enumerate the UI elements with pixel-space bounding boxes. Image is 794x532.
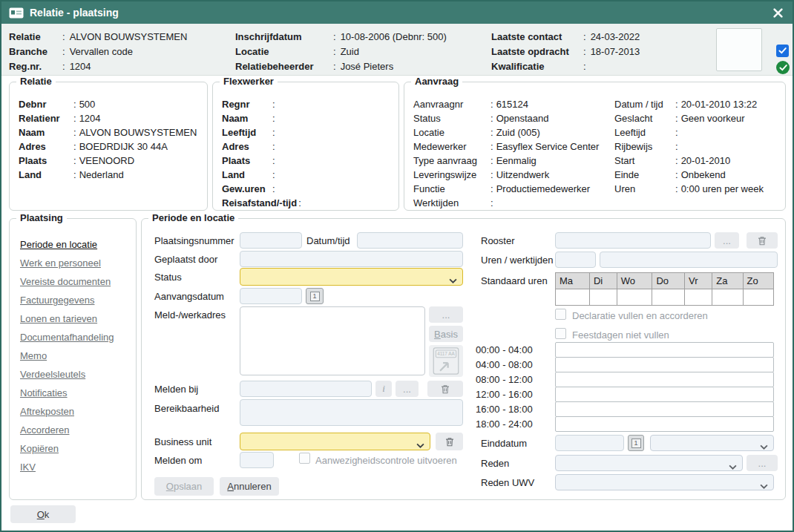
- sidebar-item-lonen-en-tarieven[interactable]: Lonen en tarieven: [20, 309, 114, 328]
- route-map-button[interactable]: 4117 AA: [429, 345, 463, 377]
- day-hours-cell[interactable]: [712, 289, 743, 306]
- datum-tijd-input[interactable]: [357, 232, 463, 249]
- uren-input[interactable]: [555, 252, 596, 268]
- sidebar-item-verdeelsleutels[interactable]: Verdeelsleutels: [20, 365, 114, 384]
- green-status-check-icon: [776, 61, 790, 74]
- ok-button[interactable]: Ok: [10, 505, 76, 523]
- close-button[interactable]: [770, 5, 785, 20]
- reden-browse-button[interactable]: ...: [747, 455, 778, 471]
- sidebar-item-documentafhandeling[interactable]: Documentafhandeling: [20, 328, 114, 347]
- groupbox-title: Plaatsing: [16, 212, 67, 223]
- day-hours-cell[interactable]: [556, 289, 590, 306]
- header-value: Zuid: [341, 45, 359, 59]
- header-col-activity: Laatste contact:24-03-2022 Laatste opdra…: [491, 30, 640, 74]
- sidebar-item-vereiste-documenten[interactable]: Vereiste documenten: [20, 272, 114, 291]
- day-hours-cell[interactable]: [589, 289, 617, 306]
- rooster-label: Rooster: [481, 235, 515, 247]
- rooster-browse-button[interactable]: ...: [715, 232, 739, 249]
- info-row: Reisafstand/-tijd:: [222, 196, 394, 210]
- day-header: Di: [589, 273, 617, 289]
- timeslot-input-4[interactable]: [555, 401, 774, 417]
- check-icon: [778, 47, 787, 54]
- einddatum-calendar-button[interactable]: 1: [628, 435, 644, 451]
- relation-summary-header: Relatie:ALVON BOUWSYSTEMEN Branche:Verva…: [1, 24, 793, 76]
- groupbox-periode-en-locatie: Periode en locatie Plaatsingsnummer Datu…: [141, 218, 786, 500]
- day-hours-cell[interactable]: [617, 289, 652, 306]
- sidebar-item-accorderen[interactable]: Accorderen: [20, 421, 114, 439]
- close-icon: [773, 8, 783, 18]
- timeslot-input-0[interactable]: [555, 342, 774, 358]
- einddatum-type-select[interactable]: [650, 435, 774, 451]
- business-unit-select[interactable]: [240, 433, 430, 450]
- header-value: ALVON BOUWSYSTEMEN: [70, 30, 188, 45]
- rooster-input[interactable]: [555, 232, 711, 249]
- sidebar-item-kopieren[interactable]: Kopiëren: [20, 439, 114, 458]
- annuleren-button[interactable]: Annuleren: [220, 477, 279, 496]
- route-map-icon: 4117 AA: [433, 347, 459, 375]
- timeslot-input-5[interactable]: [555, 416, 774, 432]
- sidebar-item-werk-en-personeel[interactable]: Werk en personeel: [20, 254, 114, 272]
- info-row: Functie:Productiemedewerker: [413, 182, 599, 196]
- timeslot-input-1[interactable]: [555, 357, 774, 372]
- day-header: Wo: [617, 273, 652, 289]
- sidebar-item-periode-en-locatie[interactable]: Periode en locatie: [20, 235, 114, 254]
- melden-om-input[interactable]: [240, 452, 274, 468]
- sidebar-item-aftrekposten[interactable]: Aftrekposten: [20, 402, 114, 421]
- info-row: Werktijden:: [413, 196, 599, 210]
- aanvangsdatum-input[interactable]: [240, 288, 302, 304]
- einddatum-input[interactable]: [555, 435, 624, 451]
- melden-bij-delete-button[interactable]: [427, 381, 463, 397]
- plaatsingsnummer-input[interactable]: [240, 232, 302, 249]
- timeslot-input-3[interactable]: [555, 387, 774, 402]
- timeslot-input-2[interactable]: [555, 372, 774, 387]
- melden-bij-info-button[interactable]: i: [375, 381, 392, 397]
- sidebar-item-memo[interactable]: Memo: [20, 347, 114, 365]
- chevron-down-icon: [416, 439, 424, 450]
- title-bar: Relatie - plaatsing: [1, 1, 793, 24]
- melden-bij-input[interactable]: [240, 381, 372, 397]
- feestdagen-checkbox[interactable]: [555, 328, 566, 339]
- basis-button[interactable]: Basis: [429, 326, 463, 342]
- sidebar-item-notificaties[interactable]: Notificaties: [20, 384, 114, 402]
- meld-werkadres-textarea[interactable]: [240, 306, 425, 375]
- aanwezigheidscontrole-checkbox[interactable]: [299, 453, 310, 464]
- calendar-icon: 1: [631, 439, 641, 448]
- groupbox-title: Periode en locatie: [148, 212, 238, 223]
- sidebar-item-factuurgegevens[interactable]: Factuurgegevens: [20, 291, 114, 309]
- header-value: 18-07-2013: [591, 45, 640, 59]
- declaratie-checkbox[interactable]: [555, 309, 566, 320]
- day-hours-cell[interactable]: [652, 289, 685, 306]
- meld-werkadres-browse-button[interactable]: ...: [429, 306, 463, 323]
- blue-checkbox-checked[interactable]: [776, 45, 789, 57]
- rooster-delete-button[interactable]: [747, 232, 778, 249]
- melden-bij-browse-button[interactable]: ...: [396, 381, 419, 397]
- info-row: Start:20-01-2010: [614, 154, 764, 168]
- business-unit-delete-button[interactable]: [436, 433, 463, 450]
- bereikbaarheid-textarea[interactable]: [240, 399, 463, 426]
- aanvraag-right-column: Datum / tijd:20-01-2010 13:22 Geslacht:G…: [614, 97, 764, 196]
- day-hours-cell[interactable]: [743, 289, 773, 306]
- geplaatst-door-input[interactable]: [240, 251, 463, 267]
- timeslot-label: 16:00 - 18:00: [476, 404, 533, 415]
- svg-text:4117 AA: 4117 AA: [437, 351, 455, 356]
- header-label: Locatie: [235, 45, 329, 59]
- bereikbaarheid-label: Bereikbaarheid: [154, 403, 219, 415]
- reden-uwv-select[interactable]: [555, 474, 774, 490]
- melden-bij-label: Melden bij: [154, 384, 198, 395]
- info-row: Adres:BOEDRDIJK 30 44A: [19, 139, 203, 154]
- timeslot-label: 12:00 - 16:00: [476, 389, 533, 400]
- reden-select[interactable]: [555, 455, 743, 471]
- info-row: Adres:: [222, 139, 394, 154]
- header-label: Relatiebeheerder: [235, 59, 329, 74]
- werktijden-input[interactable]: [600, 252, 778, 268]
- groupbox-aanvraag: Aanvraag Aanvraagnr:615124 Status:Openst…: [404, 82, 786, 211]
- timeslot-label: 08:00 - 12:00: [476, 374, 533, 385]
- uren-werktijden-label: Uren / werktijden: [481, 254, 554, 266]
- aanvangsdatum-calendar-button[interactable]: 1: [306, 288, 324, 304]
- status-select[interactable]: [240, 268, 463, 286]
- opslaan-button[interactable]: Opslaan: [154, 477, 214, 496]
- standaard-uren-label: Standaard uren: [481, 275, 548, 287]
- sidebar-item-ikv[interactable]: IKV: [20, 458, 114, 476]
- day-hours-cell[interactable]: [685, 289, 712, 306]
- header-label: Kwalificatie: [491, 59, 579, 74]
